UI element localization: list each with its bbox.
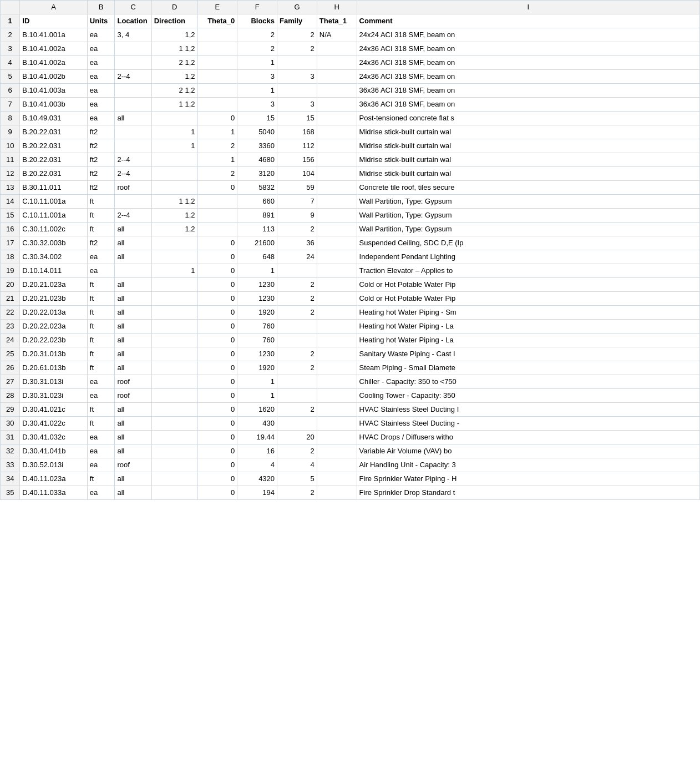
cell-14-a[interactable]: C.10.11.001a xyxy=(20,195,87,209)
cell-35-f[interactable]: 194 xyxy=(237,486,277,500)
cell-3-i[interactable]: 24x36 ACI 318 SMF, beam on xyxy=(357,42,699,56)
cell-6-h[interactable] xyxy=(317,84,357,98)
cell-19-g[interactable] xyxy=(277,264,317,278)
cell-27-a[interactable]: D.30.31.013i xyxy=(20,375,87,389)
cell-35-h[interactable] xyxy=(317,486,357,500)
cell-10-c[interactable] xyxy=(115,139,151,153)
cell-34-f[interactable]: 4320 xyxy=(237,472,277,486)
cell-31-g[interactable]: 20 xyxy=(277,431,317,444)
cell-13-a[interactable]: B.30.11.011 xyxy=(20,181,87,195)
cell-6-i[interactable]: 36x36 ACI 318 SMF, beam on xyxy=(357,84,699,98)
cell-2-i[interactable]: 24x24 ACI 318 SMF, beam on xyxy=(357,28,699,42)
cell-24-d[interactable] xyxy=(151,334,197,347)
cell-10-f[interactable]: 3360 xyxy=(237,139,277,153)
cell-11-c[interactable]: 2--4 xyxy=(115,153,151,167)
cell-22-b[interactable]: ft xyxy=(87,306,115,320)
cell-30-c[interactable]: all xyxy=(115,417,151,431)
col-header-c[interactable]: C xyxy=(115,1,151,14)
cell-13-h[interactable] xyxy=(317,181,357,195)
cell-10-g[interactable]: 112 xyxy=(277,139,317,153)
cell-14-e[interactable] xyxy=(197,195,237,209)
cell-23-h[interactable] xyxy=(317,320,357,334)
cell-12-f[interactable]: 3120 xyxy=(237,167,277,181)
cell-2-d[interactable]: 1,2 xyxy=(151,28,197,42)
col-header-b[interactable]: B xyxy=(87,1,115,14)
cell-11-b[interactable]: ft2 xyxy=(87,153,115,167)
cell-26-h[interactable] xyxy=(317,361,357,375)
cell-10-a[interactable]: B.20.22.031 xyxy=(20,139,87,153)
cell-15-i[interactable]: Wall Partition, Type: Gypsum xyxy=(357,209,699,223)
cell-19-f[interactable]: 1 xyxy=(237,264,277,278)
cell-19-e[interactable]: 0 xyxy=(197,264,237,278)
cell-7-a[interactable]: B.10.41.003b xyxy=(20,98,87,112)
cell-8-e[interactable]: 0 xyxy=(197,112,237,125)
cell-25-d[interactable] xyxy=(151,347,197,361)
cell-28-i[interactable]: Cooling Tower - Capacity: 350 xyxy=(357,389,699,403)
cell-27-e[interactable]: 0 xyxy=(197,375,237,389)
cell-1-e[interactable]: Theta_0 xyxy=(197,14,237,28)
cell-22-i[interactable]: Heating hot Water Piping - Sm xyxy=(357,306,699,320)
cell-23-b[interactable]: ft xyxy=(87,320,115,334)
col-header-i[interactable]: I xyxy=(357,1,699,14)
cell-28-b[interactable]: ea xyxy=(87,389,115,403)
cell-21-g[interactable]: 2 xyxy=(277,292,317,306)
cell-34-c[interactable]: all xyxy=(115,472,151,486)
cell-35-e[interactable]: 0 xyxy=(197,486,237,500)
cell-3-a[interactable]: B.10.41.002a xyxy=(20,42,87,56)
cell-13-d[interactable] xyxy=(151,181,197,195)
cell-30-a[interactable]: D.30.41.022c xyxy=(20,417,87,431)
cell-29-e[interactable]: 0 xyxy=(197,403,237,417)
cell-29-i[interactable]: HVAC Stainless Steel Ducting I xyxy=(357,403,699,417)
cell-6-g[interactable] xyxy=(277,84,317,98)
cell-18-c[interactable]: all xyxy=(115,250,151,264)
cell-33-f[interactable]: 4 xyxy=(237,458,277,472)
cell-16-i[interactable]: Wall Partition, Type: Gypsum xyxy=(357,223,699,236)
cell-12-d[interactable] xyxy=(151,167,197,181)
cell-10-h[interactable] xyxy=(317,139,357,153)
col-header-h[interactable]: H xyxy=(317,1,357,14)
cell-32-e[interactable]: 0 xyxy=(197,444,237,458)
cell-12-e[interactable]: 2 xyxy=(197,167,237,181)
cell-1-a[interactable]: ID xyxy=(20,14,87,28)
cell-35-g[interactable]: 2 xyxy=(277,486,317,500)
cell-9-a[interactable]: B.20.22.031 xyxy=(20,125,87,139)
cell-16-c[interactable]: all xyxy=(115,223,151,236)
cell-17-a[interactable]: C.30.32.003b xyxy=(20,236,87,250)
cell-9-f[interactable]: 5040 xyxy=(237,125,277,139)
cell-8-f[interactable]: 15 xyxy=(237,112,277,125)
cell-12-b[interactable]: ft2 xyxy=(87,167,115,181)
cell-29-f[interactable]: 1620 xyxy=(237,403,277,417)
cell-16-d[interactable]: 1,2 xyxy=(151,223,197,236)
cell-33-e[interactable]: 0 xyxy=(197,458,237,472)
cell-25-f[interactable]: 1230 xyxy=(237,347,277,361)
cell-9-b[interactable]: ft2 xyxy=(87,125,115,139)
cell-14-c[interactable] xyxy=(115,195,151,209)
cell-21-i[interactable]: Cold or Hot Potable Water Pip xyxy=(357,292,699,306)
cell-28-d[interactable] xyxy=(151,389,197,403)
cell-32-h[interactable] xyxy=(317,444,357,458)
cell-17-i[interactable]: Suspended Ceiling, SDC D,E (Ip xyxy=(357,236,699,250)
col-header-d[interactable]: D xyxy=(151,1,197,14)
cell-13-c[interactable]: roof xyxy=(115,181,151,195)
cell-7-h[interactable] xyxy=(317,98,357,112)
cell-10-b[interactable]: ft2 xyxy=(87,139,115,153)
cell-1-f[interactable]: Blocks xyxy=(237,14,277,28)
cell-32-b[interactable]: ea xyxy=(87,444,115,458)
cell-19-a[interactable]: D.10.14.011 xyxy=(20,264,87,278)
cell-34-a[interactable]: D.40.11.023a xyxy=(20,472,87,486)
cell-25-e[interactable]: 0 xyxy=(197,347,237,361)
cell-14-h[interactable] xyxy=(317,195,357,209)
cell-2-e[interactable] xyxy=(197,28,237,42)
cell-34-e[interactable]: 0 xyxy=(197,472,237,486)
cell-23-g[interactable] xyxy=(277,320,317,334)
cell-33-g[interactable]: 4 xyxy=(277,458,317,472)
cell-2-c[interactable]: 3, 4 xyxy=(115,28,151,42)
cell-33-c[interactable]: roof xyxy=(115,458,151,472)
cell-29-d[interactable] xyxy=(151,403,197,417)
cell-33-d[interactable] xyxy=(151,458,197,472)
cell-1-c[interactable]: Location xyxy=(115,14,151,28)
cell-11-a[interactable]: B.20.22.031 xyxy=(20,153,87,167)
cell-17-f[interactable]: 21600 xyxy=(237,236,277,250)
cell-30-e[interactable]: 0 xyxy=(197,417,237,431)
cell-21-h[interactable] xyxy=(317,292,357,306)
